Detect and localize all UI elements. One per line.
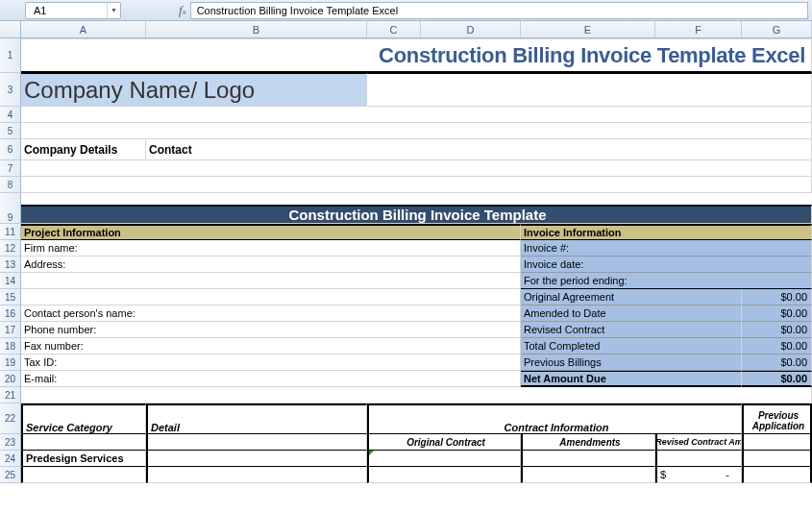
- invoice-number-label[interactable]: Invoice #:: [521, 240, 812, 256]
- previous-app-header[interactable]: Previous Application: [742, 403, 812, 434]
- column-headers: A B C D E F G: [0, 21, 812, 38]
- col-header-E[interactable]: E: [521, 21, 655, 37]
- dash-value: -: [726, 469, 729, 480]
- col-header-F[interactable]: F: [655, 21, 742, 37]
- cell-r25-revised[interactable]: $ -: [655, 467, 742, 483]
- fx-icon[interactable]: fx: [179, 3, 186, 18]
- cell-r14-left[interactable]: [21, 273, 521, 289]
- cell-r4[interactable]: [21, 107, 812, 123]
- period-ending-label[interactable]: For the period ending:: [521, 273, 812, 289]
- amendments-header[interactable]: Amendments: [521, 434, 655, 451]
- row-header-8[interactable]: 8: [0, 177, 21, 193]
- total-completed-label[interactable]: Total Completed: [521, 338, 742, 354]
- col-header-A[interactable]: A: [21, 21, 146, 37]
- section-bar[interactable]: Construction Billing Invoice Template: [21, 205, 812, 224]
- amended-date-value[interactable]: $0.00: [742, 305, 812, 322]
- select-all-corner[interactable]: [0, 21, 21, 37]
- prev-billings-value[interactable]: $0.00: [742, 354, 812, 371]
- cell-r24-revised[interactable]: [655, 451, 742, 467]
- cell-r23-b[interactable]: [146, 434, 367, 451]
- row-header-3[interactable]: 3: [0, 73, 21, 107]
- cell-r3[interactable]: [367, 73, 812, 107]
- row-header-1[interactable]: 1: [0, 38, 21, 73]
- row-header-12[interactable]: 12: [0, 240, 21, 256]
- row-header-6[interactable]: 6: [0, 139, 21, 160]
- contact-person-label[interactable]: Contact person's name:: [21, 305, 521, 322]
- cell-r15-left[interactable]: [21, 289, 521, 305]
- amended-date-label[interactable]: Amended to Date: [521, 305, 742, 322]
- tax-id-label[interactable]: Tax ID:: [21, 354, 521, 371]
- revised-contract-amt-header[interactable]: Revised Contract Amt: [655, 434, 742, 451]
- row-header-21[interactable]: 21: [0, 387, 21, 403]
- row-headers: 1 3 4 5 6 7 8 9 11 12 13 14 15 16 17 18 …: [0, 38, 21, 483]
- row-header-25[interactable]: 25: [0, 467, 21, 483]
- net-amount-label[interactable]: Net Amount Due: [521, 371, 742, 387]
- cell-r21[interactable]: [21, 387, 812, 403]
- cell-r24-prev[interactable]: [742, 451, 812, 467]
- total-completed-value[interactable]: $0.00: [742, 338, 812, 354]
- orig-agreement-value[interactable]: $0.00: [742, 289, 812, 305]
- row-header-7[interactable]: 7: [0, 160, 21, 177]
- orig-agreement-label[interactable]: Original Agreement: [521, 289, 742, 305]
- row-header-18[interactable]: 18: [0, 338, 21, 354]
- invoice-date-label[interactable]: Invoice date:: [521, 256, 812, 273]
- company-name-logo[interactable]: Company Name/ Logo: [21, 73, 367, 107]
- cell-r23-g[interactable]: [742, 434, 812, 451]
- detail-header[interactable]: Detail: [146, 403, 367, 434]
- contact-label[interactable]: Contact: [146, 139, 812, 160]
- net-amount-value[interactable]: $0.00: [742, 371, 812, 387]
- col-header-C[interactable]: C: [367, 21, 421, 37]
- cell-r24-amend[interactable]: [521, 451, 655, 467]
- cell-r24-b[interactable]: [146, 451, 367, 467]
- row-header-16[interactable]: 16: [0, 305, 21, 322]
- row-header-5[interactable]: 5: [0, 123, 21, 139]
- row-header-13[interactable]: 13: [0, 256, 21, 273]
- row-header-17[interactable]: 17: [0, 322, 21, 338]
- invoice-info-header[interactable]: Invoice Information: [521, 224, 812, 240]
- original-contract-header[interactable]: Original Contract: [367, 434, 521, 451]
- row-header-23[interactable]: 23: [0, 434, 21, 451]
- col-header-D[interactable]: D: [421, 21, 521, 37]
- cell-r7[interactable]: [21, 160, 812, 177]
- formula-bar[interactable]: Construction Billing Invoice Template Ex…: [190, 2, 808, 19]
- contract-info-header[interactable]: Contract Information: [367, 403, 742, 434]
- project-info-header[interactable]: Project Information: [21, 224, 521, 240]
- name-box-dropdown-icon[interactable]: ▼: [107, 3, 120, 18]
- prev-billings-label[interactable]: Previous Billings: [521, 354, 742, 371]
- cell-r25-amend[interactable]: [521, 467, 655, 483]
- company-details-label[interactable]: Company Details: [21, 139, 146, 160]
- col-header-B[interactable]: B: [146, 21, 367, 37]
- row-header-9[interactable]: 9: [0, 193, 21, 224]
- cell-r25-prev[interactable]: [742, 467, 812, 483]
- row-header-4[interactable]: 4: [0, 107, 21, 123]
- cell-r8[interactable]: [21, 177, 812, 193]
- cell-r25-b[interactable]: [146, 467, 367, 483]
- name-box[interactable]: A1 ▼: [25, 2, 121, 19]
- revised-contract-value[interactable]: $0.00: [742, 322, 812, 338]
- cell-r5[interactable]: [21, 123, 812, 139]
- row-header-20[interactable]: 20: [0, 371, 21, 387]
- phone-label[interactable]: Phone number:: [21, 322, 521, 338]
- email-label[interactable]: E-mail:: [21, 371, 521, 387]
- row-header-22[interactable]: 22: [0, 403, 21, 434]
- address-label[interactable]: Address:: [21, 256, 521, 273]
- row-header-14[interactable]: 14: [0, 273, 21, 289]
- name-box-value: A1: [34, 5, 46, 16]
- revised-contract-label[interactable]: Revised Contract: [521, 322, 742, 338]
- service-category-header[interactable]: Service Category: [21, 403, 146, 434]
- dollar-sign: $: [660, 469, 666, 480]
- col-header-G[interactable]: G: [742, 21, 812, 37]
- cell-r23-a[interactable]: [21, 434, 146, 451]
- predesign-services[interactable]: Predesign Services: [21, 451, 146, 467]
- firm-name-label[interactable]: Firm name:: [21, 240, 521, 256]
- spreadsheet-grid[interactable]: Construction Billing Invoice Template Ex…: [21, 38, 812, 483]
- row-header-24[interactable]: 24: [0, 451, 21, 467]
- row-header-11[interactable]: 11: [0, 224, 21, 240]
- row-header-15[interactable]: 15: [0, 289, 21, 305]
- title-cell[interactable]: Construction Billing Invoice Template Ex…: [21, 38, 812, 73]
- cell-r25-a[interactable]: [21, 467, 146, 483]
- cell-r25-orig[interactable]: [367, 467, 521, 483]
- row-header-19[interactable]: 19: [0, 354, 21, 371]
- fax-label[interactable]: Fax number:: [21, 338, 521, 354]
- cell-r24-orig[interactable]: [367, 451, 521, 467]
